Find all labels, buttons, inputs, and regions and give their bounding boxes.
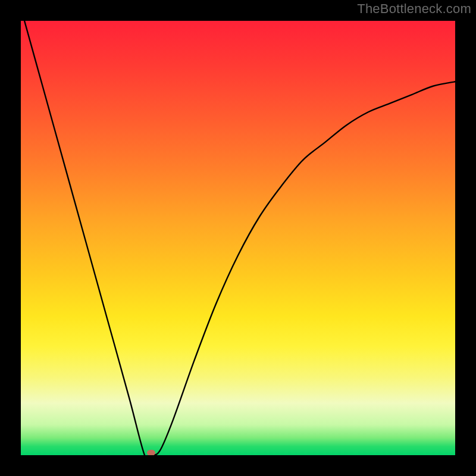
plot-area	[21, 21, 455, 455]
minimum-marker	[147, 450, 155, 455]
watermark-text: TheBottleneck.com	[357, 1, 471, 17]
bottleneck-curve	[21, 21, 455, 455]
chart-frame: TheBottleneck.com	[0, 0, 476, 476]
curve-svg	[21, 21, 455, 455]
